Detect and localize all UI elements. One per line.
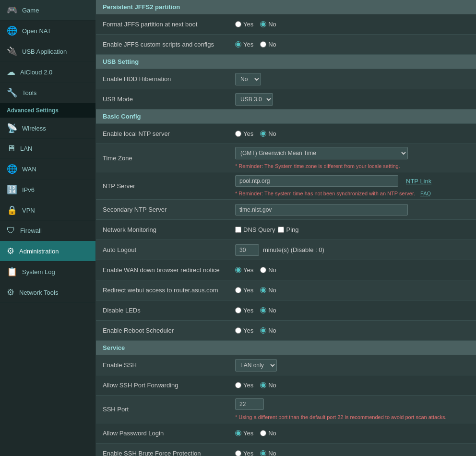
- ntp-server-input[interactable]: [235, 175, 398, 187]
- ssh-port-forwarding-label: Allow SSH Port Forwarding: [96, 378, 230, 393]
- sidebar-item-network-tools[interactable]: ⚙ Network Tools: [0, 282, 95, 303]
- wan-down-yes[interactable]: [235, 267, 241, 273]
- game-icon: 🎮: [7, 5, 17, 15]
- auto-logout-input[interactable]: [235, 244, 259, 256]
- sidebar-item-wireless[interactable]: 📡 Wireless: [0, 118, 95, 139]
- password-login-yes[interactable]: [235, 430, 241, 436]
- reboot-scheduler-no-label[interactable]: No: [260, 327, 276, 334]
- usb-mode-select[interactable]: USB 3.0 USB 2.0: [235, 93, 273, 106]
- wan-down-yes-label[interactable]: Yes: [235, 266, 253, 274]
- local-ntp-yes[interactable]: [235, 131, 241, 137]
- redirect-webui-yes-label[interactable]: Yes: [235, 287, 253, 294]
- secondary-ntp-input[interactable]: [235, 204, 408, 216]
- sidebar-label-network-tools: Network Tools: [19, 289, 58, 296]
- local-ntp-server-value: Yes No: [230, 127, 476, 140]
- sidebar-item-system-log[interactable]: 📋 System Log: [0, 262, 95, 282]
- hdd-hibernation-select[interactable]: No Yes: [235, 73, 261, 85]
- time-zone-value: (GMT) Greenwich Mean Time (GMT-5) Easter…: [230, 144, 476, 172]
- jffs-scripts-no-label[interactable]: No: [260, 41, 276, 48]
- ssh-port-input[interactable]: [235, 398, 264, 410]
- enable-jffs-scripts-row: Enable JFFS custom scripts and configs Y…: [96, 35, 476, 55]
- ssh-fwd-yes[interactable]: [235, 382, 241, 388]
- enable-jffs-radios: Yes No: [235, 41, 276, 48]
- reboot-scheduler-label: Enable Reboot Scheduler: [96, 323, 230, 338]
- reboot-scheduler-yes-label[interactable]: Yes: [235, 327, 253, 334]
- wan-down-no[interactable]: [260, 267, 266, 273]
- usb-mode-label: USB Mode: [96, 92, 230, 107]
- ssh-brute-force-row: Enable SSH Brute Force Protection Yes No: [96, 444, 476, 456]
- dns-query-label[interactable]: DNS Query: [235, 226, 275, 233]
- password-login-no-label[interactable]: No: [260, 430, 276, 437]
- ssh-port-forwarding-value: Yes No: [230, 379, 476, 392]
- enable-ssh-select[interactable]: LAN only WAN only Both No: [235, 359, 277, 372]
- allow-password-radios: Yes No: [235, 430, 276, 437]
- jffs-scripts-no[interactable]: [260, 41, 266, 48]
- hdd-hibernation-value: No Yes: [230, 70, 476, 88]
- jffs-scripts-yes[interactable]: [235, 41, 241, 48]
- format-jffs-yes-label[interactable]: Yes: [235, 21, 253, 28]
- sidebar-label-tools: Tools: [22, 89, 36, 96]
- ipv6-icon: 🔢: [7, 184, 17, 195]
- sidebar-item-tools[interactable]: 🔧 Tools: [0, 83, 95, 103]
- disable-leds-no-label[interactable]: No: [260, 307, 276, 314]
- ntp-faq-link[interactable]: FAQ: [420, 191, 431, 196]
- sidebar-item-vpn[interactable]: 🔒 VPN: [0, 200, 95, 221]
- sidebar-item-firewall[interactable]: 🛡 Firewall: [0, 221, 95, 241]
- ssh-brute-yes[interactable]: [235, 450, 241, 456]
- local-ntp-yes-label[interactable]: Yes: [235, 130, 253, 137]
- sidebar-item-usb-application[interactable]: 🔌 USB Application: [0, 41, 95, 62]
- format-jffs-yes[interactable]: [235, 21, 241, 27]
- wan-down-redirect-row: Enable WAN down browser redirect notice …: [96, 260, 476, 280]
- ssh-fwd-no-label[interactable]: No: [260, 382, 276, 389]
- usb-mode-row: USB Mode USB 3.0 USB 2.0: [96, 89, 476, 109]
- ntp-link[interactable]: NTP Link: [406, 178, 431, 185]
- ssh-fwd-yes-label[interactable]: Yes: [235, 382, 253, 389]
- redirect-webui-label: Redirect webui access to router.asus.com: [96, 283, 230, 298]
- ntp-server-warning: * Reminder: The system time has not been…: [235, 191, 431, 196]
- sidebar-item-administration[interactable]: ⚙ Administration: [0, 241, 95, 262]
- ssh-brute-yes-label[interactable]: Yes: [235, 450, 253, 456]
- password-login-no[interactable]: [260, 430, 266, 436]
- ssh-fwd-no[interactable]: [260, 382, 266, 388]
- time-zone-row: Time Zone (GMT) Greenwich Mean Time (GMT…: [96, 144, 476, 172]
- disable-leds-no[interactable]: [260, 307, 266, 313]
- reboot-scheduler-yes[interactable]: [235, 327, 241, 334]
- redirect-webui-no-label[interactable]: No: [260, 287, 276, 294]
- lan-icon: 🖥: [7, 144, 15, 154]
- ping-label[interactable]: Ping: [278, 226, 298, 233]
- ssh-brute-no-label[interactable]: No: [260, 450, 276, 456]
- redirect-webui-yes[interactable]: [235, 287, 241, 293]
- format-jffs-no-label[interactable]: No: [260, 21, 276, 28]
- wireless-icon: 📡: [7, 123, 17, 133]
- disable-leds-yes[interactable]: [235, 307, 241, 313]
- reboot-scheduler-no[interactable]: [260, 327, 266, 334]
- wan-down-no-label[interactable]: No: [260, 266, 276, 274]
- main-content: Persistent JFFS2 partition Format JFFS p…: [96, 0, 476, 456]
- administration-icon: ⚙: [7, 246, 14, 256]
- sidebar-item-ipv6[interactable]: 🔢 IPv6: [0, 180, 95, 200]
- ping-checkbox[interactable]: [278, 227, 284, 233]
- allow-password-login-row: Allow Password Login Yes No: [96, 423, 476, 444]
- time-zone-select[interactable]: (GMT) Greenwich Mean Time (GMT-5) Easter…: [235, 147, 408, 159]
- format-jffs-no[interactable]: [260, 21, 266, 27]
- redirect-webui-no[interactable]: [260, 287, 266, 293]
- sidebar-item-open-nat[interactable]: 🌐 Open NAT: [0, 21, 95, 41]
- redirect-webui-radios: Yes No: [235, 287, 276, 294]
- sidebar-item-game[interactable]: 🎮 Game: [0, 0, 95, 21]
- local-ntp-no[interactable]: [260, 131, 266, 137]
- sidebar-label-lan: LAN: [20, 145, 32, 152]
- sidebar-item-lan[interactable]: 🖥 LAN: [0, 139, 95, 159]
- sidebar-item-wan[interactable]: 🌐 WAN: [0, 159, 95, 180]
- password-login-yes-label[interactable]: Yes: [235, 430, 253, 437]
- local-ntp-no-label[interactable]: No: [260, 130, 276, 137]
- disable-leds-radios: Yes No: [235, 307, 276, 314]
- ssh-brute-no[interactable]: [260, 450, 266, 456]
- redirect-webui-row: Redirect webui access to router.asus.com…: [96, 280, 476, 300]
- advanced-settings-header: Advanced Settings: [0, 103, 95, 118]
- tools-icon: 🔧: [7, 87, 17, 98]
- dns-query-checkbox[interactable]: [235, 227, 241, 233]
- jffs-scripts-yes-label[interactable]: Yes: [235, 41, 253, 48]
- wan-icon: 🌐: [7, 164, 17, 174]
- sidebar-item-aicloud[interactable]: ☁ AiCloud 2.0: [0, 62, 95, 83]
- disable-leds-yes-label[interactable]: Yes: [235, 307, 253, 314]
